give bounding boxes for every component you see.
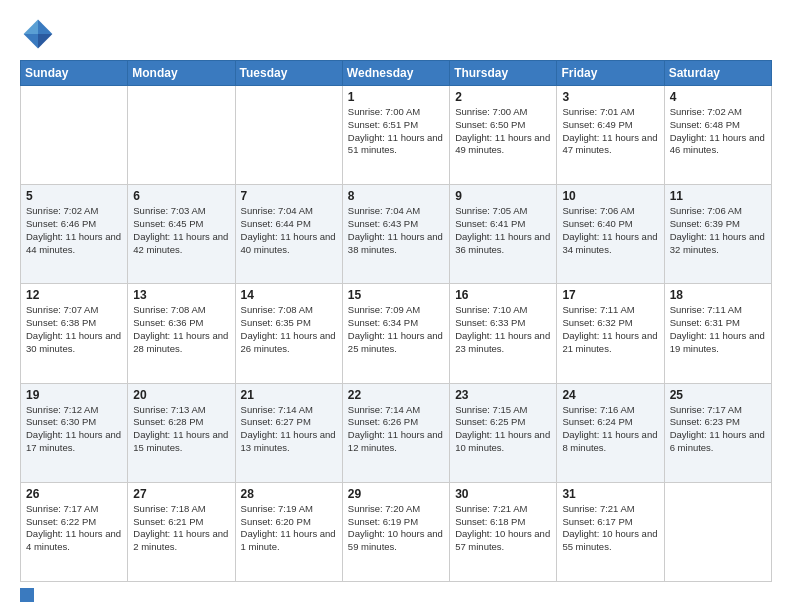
day-info: Sunrise: 7:17 AM Sunset: 6:23 PM Dayligh… xyxy=(670,404,766,455)
day-number: 14 xyxy=(241,288,337,302)
calendar-cell: 7Sunrise: 7:04 AM Sunset: 6:44 PM Daylig… xyxy=(235,185,342,284)
weekday-header-sunday: Sunday xyxy=(21,61,128,86)
calendar-cell: 22Sunrise: 7:14 AM Sunset: 6:26 PM Dayli… xyxy=(342,383,449,482)
calendar-cell: 29Sunrise: 7:20 AM Sunset: 6:19 PM Dayli… xyxy=(342,482,449,581)
day-info: Sunrise: 7:13 AM Sunset: 6:28 PM Dayligh… xyxy=(133,404,229,455)
day-number: 5 xyxy=(26,189,122,203)
header xyxy=(20,16,772,52)
day-info: Sunrise: 7:15 AM Sunset: 6:25 PM Dayligh… xyxy=(455,404,551,455)
calendar-cell: 6Sunrise: 7:03 AM Sunset: 6:45 PM Daylig… xyxy=(128,185,235,284)
calendar-cell: 16Sunrise: 7:10 AM Sunset: 6:33 PM Dayli… xyxy=(450,284,557,383)
weekday-header-saturday: Saturday xyxy=(664,61,771,86)
calendar-week-5: 26Sunrise: 7:17 AM Sunset: 6:22 PM Dayli… xyxy=(21,482,772,581)
calendar-cell: 8Sunrise: 7:04 AM Sunset: 6:43 PM Daylig… xyxy=(342,185,449,284)
calendar-cell: 20Sunrise: 7:13 AM Sunset: 6:28 PM Dayli… xyxy=(128,383,235,482)
calendar-cell: 19Sunrise: 7:12 AM Sunset: 6:30 PM Dayli… xyxy=(21,383,128,482)
day-info: Sunrise: 7:08 AM Sunset: 6:35 PM Dayligh… xyxy=(241,304,337,355)
calendar-cell: 21Sunrise: 7:14 AM Sunset: 6:27 PM Dayli… xyxy=(235,383,342,482)
svg-marker-1 xyxy=(24,20,38,34)
day-number: 26 xyxy=(26,487,122,501)
svg-marker-2 xyxy=(24,34,38,48)
calendar-cell xyxy=(664,482,771,581)
day-number: 3 xyxy=(562,90,658,104)
day-info: Sunrise: 7:02 AM Sunset: 6:46 PM Dayligh… xyxy=(26,205,122,256)
calendar-week-2: 5Sunrise: 7:02 AM Sunset: 6:46 PM Daylig… xyxy=(21,185,772,284)
day-info: Sunrise: 7:03 AM Sunset: 6:45 PM Dayligh… xyxy=(133,205,229,256)
svg-marker-3 xyxy=(38,34,52,48)
calendar-cell: 28Sunrise: 7:19 AM Sunset: 6:20 PM Dayli… xyxy=(235,482,342,581)
day-number: 11 xyxy=(670,189,766,203)
day-number: 8 xyxy=(348,189,444,203)
day-number: 18 xyxy=(670,288,766,302)
day-number: 1 xyxy=(348,90,444,104)
day-info: Sunrise: 7:10 AM Sunset: 6:33 PM Dayligh… xyxy=(455,304,551,355)
day-info: Sunrise: 7:05 AM Sunset: 6:41 PM Dayligh… xyxy=(455,205,551,256)
day-number: 7 xyxy=(241,189,337,203)
day-info: Sunrise: 7:21 AM Sunset: 6:18 PM Dayligh… xyxy=(455,503,551,554)
weekday-header-thursday: Thursday xyxy=(450,61,557,86)
calendar-cell: 2Sunrise: 7:00 AM Sunset: 6:50 PM Daylig… xyxy=(450,86,557,185)
day-info: Sunrise: 7:16 AM Sunset: 6:24 PM Dayligh… xyxy=(562,404,658,455)
day-number: 27 xyxy=(133,487,229,501)
day-info: Sunrise: 7:07 AM Sunset: 6:38 PM Dayligh… xyxy=(26,304,122,355)
day-info: Sunrise: 7:11 AM Sunset: 6:31 PM Dayligh… xyxy=(670,304,766,355)
day-info: Sunrise: 7:19 AM Sunset: 6:20 PM Dayligh… xyxy=(241,503,337,554)
weekday-header-tuesday: Tuesday xyxy=(235,61,342,86)
day-info: Sunrise: 7:04 AM Sunset: 6:43 PM Dayligh… xyxy=(348,205,444,256)
day-number: 13 xyxy=(133,288,229,302)
calendar-cell: 15Sunrise: 7:09 AM Sunset: 6:34 PM Dayli… xyxy=(342,284,449,383)
calendar-cell: 14Sunrise: 7:08 AM Sunset: 6:35 PM Dayli… xyxy=(235,284,342,383)
calendar-week-1: 1Sunrise: 7:00 AM Sunset: 6:51 PM Daylig… xyxy=(21,86,772,185)
calendar-cell: 17Sunrise: 7:11 AM Sunset: 6:32 PM Dayli… xyxy=(557,284,664,383)
day-number: 4 xyxy=(670,90,766,104)
calendar-week-3: 12Sunrise: 7:07 AM Sunset: 6:38 PM Dayli… xyxy=(21,284,772,383)
calendar-table: SundayMondayTuesdayWednesdayThursdayFrid… xyxy=(20,60,772,582)
day-number: 2 xyxy=(455,90,551,104)
daylight-legend-box xyxy=(20,588,34,602)
day-info: Sunrise: 7:17 AM Sunset: 6:22 PM Dayligh… xyxy=(26,503,122,554)
calendar-cell: 11Sunrise: 7:06 AM Sunset: 6:39 PM Dayli… xyxy=(664,185,771,284)
calendar-cell: 23Sunrise: 7:15 AM Sunset: 6:25 PM Dayli… xyxy=(450,383,557,482)
calendar-cell: 13Sunrise: 7:08 AM Sunset: 6:36 PM Dayli… xyxy=(128,284,235,383)
day-info: Sunrise: 7:11 AM Sunset: 6:32 PM Dayligh… xyxy=(562,304,658,355)
day-info: Sunrise: 7:06 AM Sunset: 6:39 PM Dayligh… xyxy=(670,205,766,256)
day-number: 31 xyxy=(562,487,658,501)
day-number: 10 xyxy=(562,189,658,203)
day-number: 9 xyxy=(455,189,551,203)
day-number: 16 xyxy=(455,288,551,302)
logo-icon xyxy=(20,16,56,52)
calendar-cell: 4Sunrise: 7:02 AM Sunset: 6:48 PM Daylig… xyxy=(664,86,771,185)
day-number: 30 xyxy=(455,487,551,501)
svg-marker-0 xyxy=(38,20,52,34)
day-info: Sunrise: 7:08 AM Sunset: 6:36 PM Dayligh… xyxy=(133,304,229,355)
calendar-cell: 9Sunrise: 7:05 AM Sunset: 6:41 PM Daylig… xyxy=(450,185,557,284)
calendar-cell: 12Sunrise: 7:07 AM Sunset: 6:38 PM Dayli… xyxy=(21,284,128,383)
calendar-cell: 31Sunrise: 7:21 AM Sunset: 6:17 PM Dayli… xyxy=(557,482,664,581)
calendar-cell xyxy=(21,86,128,185)
day-info: Sunrise: 7:18 AM Sunset: 6:21 PM Dayligh… xyxy=(133,503,229,554)
day-number: 25 xyxy=(670,388,766,402)
day-number: 20 xyxy=(133,388,229,402)
day-number: 23 xyxy=(455,388,551,402)
day-info: Sunrise: 7:00 AM Sunset: 6:51 PM Dayligh… xyxy=(348,106,444,157)
day-number: 17 xyxy=(562,288,658,302)
calendar-cell: 1Sunrise: 7:00 AM Sunset: 6:51 PM Daylig… xyxy=(342,86,449,185)
day-number: 29 xyxy=(348,487,444,501)
calendar-cell: 27Sunrise: 7:18 AM Sunset: 6:21 PM Dayli… xyxy=(128,482,235,581)
calendar-cell: 5Sunrise: 7:02 AM Sunset: 6:46 PM Daylig… xyxy=(21,185,128,284)
day-number: 24 xyxy=(562,388,658,402)
logo xyxy=(20,16,62,52)
day-info: Sunrise: 7:12 AM Sunset: 6:30 PM Dayligh… xyxy=(26,404,122,455)
day-info: Sunrise: 7:06 AM Sunset: 6:40 PM Dayligh… xyxy=(562,205,658,256)
calendar-cell: 26Sunrise: 7:17 AM Sunset: 6:22 PM Dayli… xyxy=(21,482,128,581)
day-info: Sunrise: 7:14 AM Sunset: 6:27 PM Dayligh… xyxy=(241,404,337,455)
calendar-week-4: 19Sunrise: 7:12 AM Sunset: 6:30 PM Dayli… xyxy=(21,383,772,482)
calendar-cell: 24Sunrise: 7:16 AM Sunset: 6:24 PM Dayli… xyxy=(557,383,664,482)
calendar-cell: 18Sunrise: 7:11 AM Sunset: 6:31 PM Dayli… xyxy=(664,284,771,383)
day-number: 15 xyxy=(348,288,444,302)
weekday-header-friday: Friday xyxy=(557,61,664,86)
day-number: 19 xyxy=(26,388,122,402)
calendar-cell: 3Sunrise: 7:01 AM Sunset: 6:49 PM Daylig… xyxy=(557,86,664,185)
calendar-cell: 25Sunrise: 7:17 AM Sunset: 6:23 PM Dayli… xyxy=(664,383,771,482)
day-number: 6 xyxy=(133,189,229,203)
